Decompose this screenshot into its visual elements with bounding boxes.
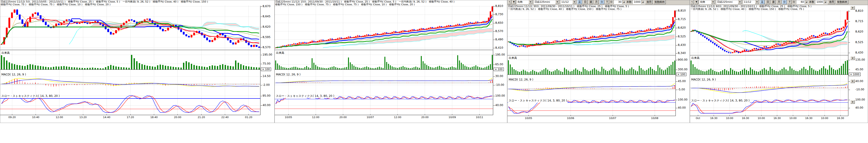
period-day-button[interactable]: 日 [765, 0, 770, 4]
symbol-select[interactable]: 日経225mini▼ [533, 0, 559, 4]
time-axis-label: 14:40 [98, 116, 115, 119]
time-axis-label: 18:40 [146, 116, 162, 119]
period-week-button[interactable]: 週 [588, 0, 593, 4]
macd-pane [275, 78, 493, 83]
minute-spinner[interactable]: 60◢ [796, 0, 808, 4]
axis-tick-label: 8,730 [495, 13, 503, 16]
axis-tick-label: 8,595 [262, 36, 270, 39]
time-axis-label: 20:00 [169, 116, 186, 119]
axis-tick-label: 40.00 [678, 106, 686, 109]
contract-select[interactable]: 11/12▼ [743, 0, 759, 4]
chart-toolbar: ↖ ▼ 先物▼ 日経225mini▼ 11/12▼ 足 日 週 月 分 T 分 … [690, 0, 868, 5]
price-pane-dropdown-button[interactable]: ▼ [850, 6, 855, 10]
minute-spinner[interactable]: 30◢ [614, 0, 626, 4]
volume-multiplier-badge: × 100 [494, 68, 504, 71]
axis-tick-label: 8,810 [495, 5, 503, 8]
axis-tick [493, 65, 495, 65]
symbol-select-value: 日経225mini [534, 0, 555, 4]
stochastic-section-label: スロー・ストキャスティクス( 14, 3, 80, 20 ) [1, 94, 60, 98]
axis-tick [848, 100, 850, 100]
volume-section-label: 出来高 [276, 51, 285, 55]
multi-symbol-button[interactable]: 複数銘柄 [653, 0, 666, 4]
chevron-down-icon[interactable]: ▼ [572, 0, 576, 4]
apply-button[interactable]: 適用 [828, 0, 835, 4]
period-day-button[interactable]: 日 [583, 0, 588, 4]
volume-pane [275, 55, 493, 69]
price-pane [507, 10, 676, 55]
volume-multiplier-badge: × 100 [676, 73, 686, 76]
axis-tick [261, 16, 262, 17]
volume-section-label: 出来高 [508, 56, 518, 60]
axis-tick [261, 6, 262, 7]
chevron-down-icon[interactable]: ▼ [738, 0, 742, 4]
apply-button[interactable]: 適用 [645, 0, 653, 4]
axis-tick [848, 81, 850, 82]
axis-tick [493, 14, 495, 15]
chart-plot-area[interactable] [275, 6, 493, 115]
chevron-down-icon[interactable]: ▼ [555, 0, 559, 4]
axis-tick [676, 37, 677, 37]
macd-pane-dropdown-button[interactable]: ▼ [850, 79, 855, 83]
volume-multiplier-badge: × 1000 [849, 73, 861, 76]
axis-tick-label: 45.00 [855, 68, 863, 71]
spinner-arrows-icon[interactable]: ◢ [805, 0, 808, 4]
time-axis: 10/0512:0020:0010/0712:0020:0010/0910/11 [275, 116, 493, 119]
volume-pane-dropdown-button[interactable]: ▼ [850, 56, 855, 60]
period-week-button[interactable]: 週 [771, 0, 776, 4]
axis-tick-label: 14.50 [262, 75, 270, 78]
market-select[interactable]: 先物▼ [699, 0, 715, 4]
axis-tick [676, 100, 677, 100]
chevron-down-icon[interactable]: ▼ [755, 0, 759, 4]
time-axis-label: 10/07 [362, 116, 378, 119]
time-axis: 10/0510/0610/0710/08 [507, 117, 676, 120]
value-axis: 8,6708,6458,6208,5958,570195.0075.0014.5… [260, 0, 275, 123]
axis-tick-label: 100.00 [678, 98, 687, 101]
bars-spinner[interactable]: 1000◢ [815, 0, 827, 4]
period-tick-button[interactable]: T [605, 0, 609, 4]
stochastic-pane-dropdown-button[interactable]: ▼ [850, 100, 855, 104]
symbol-select-value: 日経225mini [716, 0, 738, 4]
period-month-button[interactable]: 月 [594, 0, 599, 4]
toolbar-menu-button[interactable]: ▼ [695, 0, 698, 4]
market-select-value: 先物 [517, 0, 529, 4]
period-minute-button[interactable]: 分 [782, 0, 787, 4]
value-axis: 8,8108,7308,6508,5708,4908,410195.0065.0… [493, 0, 507, 123]
time-axis-label: 12:00 [390, 116, 406, 119]
chart-plot-area[interactable] [0, 6, 260, 115]
bars-spinner[interactable]: 1000◢ [632, 0, 645, 4]
contract-select[interactable]: 11/12▼ [560, 0, 577, 4]
pointer-tool-button[interactable]: ↖ [508, 0, 512, 4]
axis-tick-label: 8,810 [855, 9, 863, 12]
toolbar-menu-button[interactable]: ▼ [512, 0, 516, 4]
chevron-down-icon[interactable]: ▼ [529, 0, 532, 4]
spinner-arrows-icon[interactable]: ◢ [641, 0, 644, 4]
axis-tick [676, 28, 677, 28]
axis-tick-label: 8,525 [855, 41, 863, 44]
panel-header: 日経225mini 11/12( 5分, 2011/10/05 - 2011/1… [1, 0, 274, 6]
axis-tick [493, 55, 495, 55]
time-axis-label: 10/06 [562, 117, 579, 120]
ashi-button[interactable]: 足 [577, 0, 582, 4]
period-tick-button[interactable]: T [787, 0, 792, 4]
axis-tick-label: 900.00 [678, 58, 687, 61]
symbol-select[interactable]: 日経225mini▼ [716, 0, 742, 4]
period-minute-button[interactable]: 分 [599, 0, 604, 4]
stochastic-section-label: スロー・ストキャスティクス( 14, 3, 80, 20 ) [691, 99, 750, 103]
axis-tick [261, 76, 262, 77]
candlesticks [1, 9, 260, 48]
time-axis-label: 10:00 [721, 117, 738, 120]
macd-section-label: MACD( 12, 26, 9 ) [691, 78, 716, 81]
spinner-arrows-icon[interactable]: ◢ [622, 0, 625, 4]
axis-tick [493, 40, 495, 40]
axis-tick [261, 64, 262, 64]
axis-tick [493, 105, 495, 106]
minute-spinner-value: 30 [614, 0, 622, 4]
header-line1: 日経225mini 11/12( 5分, 2011/10/05 - 2011/1… [1, 0, 274, 3]
market-select[interactable]: 先物▼ [516, 0, 533, 4]
ashi-button[interactable]: 足 [760, 0, 765, 4]
period-month-button[interactable]: 月 [776, 0, 781, 4]
pointer-tool-button[interactable]: ↖ [690, 0, 694, 4]
chevron-down-icon[interactable]: ▼ [711, 0, 715, 4]
spinner-arrows-icon[interactable]: ◢ [824, 0, 827, 4]
multi-symbol-button[interactable]: 複数銘柄 [836, 0, 848, 4]
